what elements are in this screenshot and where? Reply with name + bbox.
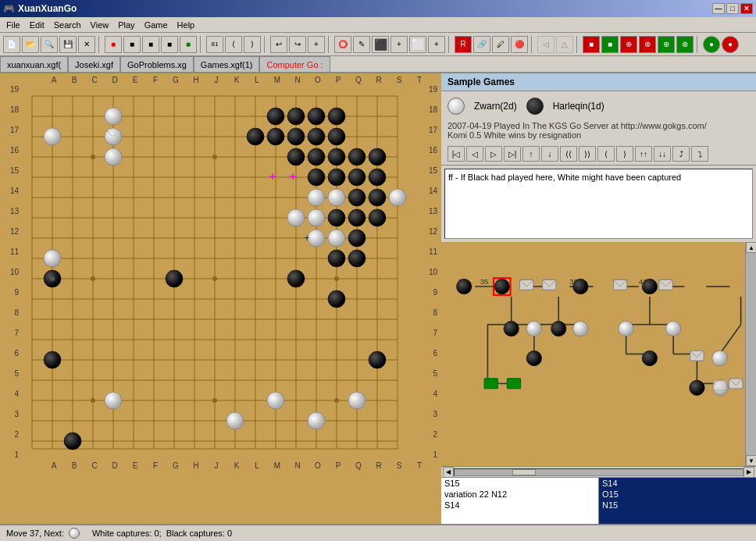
menu-edit[interactable]: Edit xyxy=(25,19,49,31)
nav-last[interactable]: ▷| xyxy=(504,146,521,162)
scrollbar-thumb[interactable] xyxy=(512,469,536,475)
tb-btn12[interactable]: ⟨ xyxy=(225,36,242,53)
scroll-right-button[interactable]: ▶ xyxy=(744,467,754,478)
status-captures: White captures: 0; Black captures: 0 xyxy=(92,529,232,538)
tb-search[interactable]: 🔍 xyxy=(41,36,58,53)
tb-btn25[interactable]: 🔴 xyxy=(511,36,528,53)
tb-green-circle[interactable]: ● xyxy=(703,36,720,53)
tab-games[interactable]: Games.xgf(1) xyxy=(194,56,260,72)
tb-btn18[interactable]: ✎ xyxy=(353,36,370,53)
mark-o15: + xyxy=(290,170,296,183)
menu-game[interactable]: Game xyxy=(140,19,173,31)
nav-b7[interactable]: ⤴ xyxy=(672,146,690,162)
tb-btn13[interactable]: ⟩ xyxy=(244,36,261,53)
col-r: R xyxy=(369,76,389,84)
tb-plus[interactable]: + xyxy=(308,36,325,53)
tb-btn30[interactable]: ⊕ xyxy=(620,36,637,53)
list-right-o15[interactable]: O15 xyxy=(599,489,756,500)
tb-btn32[interactable]: ⊕ xyxy=(658,36,675,53)
tb-g1[interactable]: ■ xyxy=(601,36,619,53)
tb-open[interactable]: 📂 xyxy=(22,36,39,53)
list-item-s15[interactable]: S15 xyxy=(441,478,598,489)
list-right-s14[interactable]: S14 xyxy=(599,478,756,489)
row-1: 1 xyxy=(2,451,19,459)
list-panel: S15 variation 22 N12 S14 S14 O15 N15 xyxy=(441,477,756,524)
nav-b1[interactable]: ⟨⟨ xyxy=(560,146,577,162)
white-stone-icon xyxy=(448,98,465,115)
tb-new[interactable]: 📄 xyxy=(3,36,20,53)
tab-computer[interactable]: Computer Go : xyxy=(259,56,330,72)
go-board[interactable]: + + + xyxy=(22,86,420,459)
tb-btn8[interactable]: ■ xyxy=(142,36,159,53)
maximize-button[interactable]: □ xyxy=(726,3,739,14)
svg-point-39 xyxy=(91,155,95,159)
nav-first[interactable]: |◁ xyxy=(448,146,465,162)
tb-btn26[interactable]: ◁ xyxy=(537,36,555,53)
tb-white-stone[interactable]: ⬜ xyxy=(409,36,426,53)
stone-r12 xyxy=(348,230,366,247)
tb-close[interactable]: ✕ xyxy=(78,36,95,53)
list-item-variation[interactable]: variation 22 N12 xyxy=(441,489,598,500)
tb-btn27[interactable]: △ xyxy=(556,36,573,53)
nav-b5[interactable]: ↑↑ xyxy=(635,146,652,162)
nav-prev[interactable]: ◁ xyxy=(466,146,483,162)
svg-point-45 xyxy=(91,398,95,403)
nav-b6[interactable]: ↓↓ xyxy=(654,146,671,162)
nav-b8[interactable]: ⤵ xyxy=(691,146,708,162)
scroll-left-button[interactable]: ◀ xyxy=(443,467,454,478)
close-button[interactable]: ✕ xyxy=(740,3,753,14)
tb-btn31[interactable]: ⊗ xyxy=(639,36,656,53)
tb-btn7[interactable]: ■ xyxy=(123,36,141,53)
tb-r1[interactable]: R xyxy=(455,36,472,53)
svg-rect-94 xyxy=(690,351,704,361)
tb-btn23[interactable]: 🔗 xyxy=(473,36,490,53)
tb-circle[interactable]: ⭕ xyxy=(334,36,351,53)
row-12: 12 xyxy=(2,228,19,236)
tb-btn10[interactable]: ■ xyxy=(180,36,197,53)
menu-help[interactable]: Help xyxy=(173,19,200,31)
tb-sep2 xyxy=(200,36,203,53)
svg-rect-99 xyxy=(729,379,742,389)
tab-goproblems[interactable]: GoProblems.xg xyxy=(120,56,194,72)
list-item-s14[interactable]: S14 xyxy=(441,500,598,511)
tab-joseki[interactable]: Joseki.xgf xyxy=(68,56,120,72)
nav-b2[interactable]: ⟩⟩ xyxy=(579,146,596,162)
tree-scrollbar-horizontal[interactable]: ◀ ▶ xyxy=(441,466,756,477)
nav-b4[interactable]: ⟩ xyxy=(616,146,633,162)
tb-undo[interactable]: ↩ xyxy=(270,36,287,53)
tree-panel[interactable]: 34 35 38 39 41 42 xyxy=(441,242,745,466)
menu-play[interactable]: Play xyxy=(113,19,139,31)
tb-num[interactable]: 81 xyxy=(206,36,223,53)
nav-down[interactable]: ↓ xyxy=(541,146,558,162)
scroll-up-button[interactable]: ▲ xyxy=(746,242,756,253)
stone-p14 xyxy=(308,189,325,206)
tb-redo[interactable]: ↪ xyxy=(289,36,306,53)
stone-r14 xyxy=(348,189,366,206)
tb-btn24[interactable]: 🖊 xyxy=(492,36,509,53)
nav-up[interactable]: ↑ xyxy=(522,146,540,162)
stone-p13 xyxy=(308,209,325,226)
nav-b3[interactable]: ⟨ xyxy=(597,146,615,162)
tab-xuanxuan[interactable]: xuanxuan.xgf( xyxy=(0,56,68,72)
minimize-button[interactable]: — xyxy=(712,3,725,14)
col-k: K xyxy=(226,76,247,84)
tb-save[interactable]: 💾 xyxy=(59,36,77,53)
list-right-n15[interactable]: N15 xyxy=(599,500,756,511)
tb-black-stone[interactable]: ⬛ xyxy=(372,36,389,53)
tb-btn9[interactable]: ■ xyxy=(161,36,178,53)
tb-btn6[interactable]: ■ xyxy=(105,36,122,53)
stone-p15 xyxy=(308,169,325,186)
tb-btn20[interactable]: + xyxy=(390,36,408,53)
scroll-down-button[interactable]: ▼ xyxy=(746,455,756,466)
tb-btn33[interactable]: ⊗ xyxy=(676,36,694,53)
menu-search[interactable]: Search xyxy=(49,19,86,31)
nav-next[interactable]: ▷ xyxy=(485,146,502,162)
svg-point-84 xyxy=(504,321,519,336)
row-19: 19 xyxy=(2,86,19,94)
menu-file[interactable]: File xyxy=(2,19,25,31)
tb-plus2[interactable]: + xyxy=(428,36,445,53)
tb-red-circle[interactable]: ● xyxy=(722,36,739,53)
menu-view[interactable]: View xyxy=(86,19,114,31)
tb-r2[interactable]: ■ xyxy=(583,36,600,53)
row-11: 11 xyxy=(2,248,19,256)
